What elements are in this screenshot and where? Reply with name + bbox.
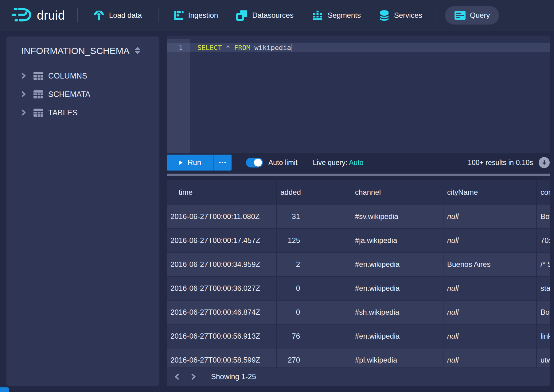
sql-token: wikipedia (250, 44, 291, 52)
navbar-divider (77, 8, 78, 22)
table-row: 2016-06-27T00:00:56.913Z 76 #en.wikipedi… (167, 325, 550, 348)
schema-tree: COLUMNS SCHEMATA (6, 67, 159, 122)
cell-time[interactable]: 2016-06-27T00:00:36.027Z (167, 277, 277, 300)
chevron-right-icon (20, 90, 27, 98)
cell-time[interactable]: 2016-06-27T00:00:17.457Z (167, 229, 277, 252)
navbar-divider (158, 8, 158, 22)
sql-keyword: FROM (234, 44, 250, 52)
ellipsis-icon: ••• (218, 159, 227, 166)
column-header-cityname[interactable]: cityName (443, 180, 537, 205)
cell-channel[interactable]: #en.wikipedia (351, 277, 443, 300)
cell-cityname[interactable]: Buenos Aires (443, 253, 537, 276)
previous-page-button[interactable] (171, 373, 183, 381)
live-query-value[interactable]: Auto (349, 159, 363, 167)
editor-results-splitter[interactable] (167, 174, 550, 176)
cell-added[interactable]: 125 (277, 229, 351, 252)
nav-item-services[interactable]: Services (379, 10, 422, 21)
sql-text: SELECT * FROM wikipedia (197, 44, 292, 52)
database-icon (379, 10, 390, 21)
nav-item-segments[interactable]: Segments (311, 9, 361, 21)
sql-editor[interactable]: 1 SELECT * FROM wikipedia (167, 36, 550, 153)
cell-added[interactable]: 76 (277, 325, 351, 348)
pagination-bar: Showing 1-25 (167, 367, 550, 386)
nav-item-label: Load data (109, 11, 142, 20)
download-icon[interactable] (539, 157, 550, 168)
cell-comment[interactable]: link (537, 325, 550, 348)
table-row: 2016-06-27T00:00:11.080Z 31 #sv.wikipedi… (167, 205, 550, 229)
nav-item-load-data[interactable]: Load data (93, 9, 142, 21)
auto-limit-label: Auto limit (268, 159, 298, 167)
sql-keyword: SELECT (197, 44, 222, 52)
cell-comment[interactable]: sta (537, 277, 550, 300)
live-query-label: Live query: Auto (313, 159, 364, 167)
nav-item-ingestion[interactable]: Ingestion (173, 10, 218, 21)
druid-brand[interactable]: druid (12, 6, 77, 24)
column-header-time[interactable]: __time (167, 180, 277, 205)
cell-added[interactable]: 0 (277, 277, 351, 300)
cell-comment[interactable]: Bot (537, 301, 550, 324)
cell-added[interactable]: 2 (277, 253, 351, 276)
cell-added[interactable]: 31 (277, 205, 351, 228)
run-toolbar: Run ••• Auto limit Live query: Auto 100+… (167, 155, 550, 171)
tree-item-label: COLUMNS (48, 71, 87, 80)
table-row: 2016-06-27T00:00:17.457Z 125 #ja.wikiped… (167, 229, 550, 253)
nav-item-label: Datasources (252, 11, 294, 20)
column-header-added[interactable]: added (277, 180, 351, 205)
tree-item-columns[interactable]: COLUMNS (6, 67, 159, 85)
editor-line-1: 1 SELECT * FROM wikipedia (167, 43, 550, 52)
cell-time[interactable]: 2016-06-27T00:00:34.959Z (167, 253, 277, 276)
tree-item-schemata[interactable]: SCHEMATA (6, 85, 159, 103)
navbar-divider (436, 8, 436, 22)
cell-cityname[interactable]: null (443, 277, 537, 300)
cell-added[interactable]: 0 (277, 301, 351, 324)
pagination-label: Showing 1-25 (211, 372, 256, 381)
tree-item-label: SCHEMATA (48, 90, 91, 99)
cell-channel[interactable]: #en.wikipedia (351, 325, 443, 348)
nav-item-query[interactable]: Query (445, 6, 499, 25)
cell-channel[interactable]: #sh.wikipedia (351, 301, 443, 324)
cell-cityname[interactable]: null (443, 301, 537, 324)
cell-time[interactable]: 2016-06-27T00:00:11.080Z (167, 205, 277, 228)
cell-time[interactable]: 2016-06-27T00:00:46.874Z (167, 301, 277, 324)
cell-cityname[interactable]: null (443, 325, 537, 348)
table-icon (33, 90, 43, 99)
line-number: 1 (167, 44, 190, 51)
cell-comment[interactable]: 70: (537, 229, 550, 252)
results-header-row: __time added channel cityName comment (167, 180, 550, 205)
nav-item-label: Query (470, 11, 490, 20)
table-row: 2016-06-27T00:00:34.959Z 2 #en.wikipedia… (167, 253, 550, 277)
cell-comment[interactable]: /* S (537, 253, 550, 276)
segment-bars-icon (311, 9, 324, 21)
tree-item-tables[interactable]: TABLES (6, 103, 159, 122)
column-header-channel[interactable]: channel (351, 180, 443, 205)
cell-channel[interactable]: #en.wikipedia (351, 253, 443, 276)
cell-comment[interactable]: Bot (537, 205, 550, 228)
sql-token: * (222, 44, 234, 52)
nav-item-datasources[interactable]: Datasources (236, 9, 294, 21)
play-icon (178, 160, 183, 165)
column-header-comment[interactable]: comment (537, 180, 550, 205)
druid-logo-icon (12, 6, 33, 24)
nav-item-label: Ingestion (188, 11, 218, 20)
cell-channel[interactable]: #sv.wikipedia (351, 205, 443, 228)
run-button[interactable]: Run (167, 155, 213, 171)
results-panel: __time added channel cityName comment 20… (167, 180, 550, 386)
run-more-button[interactable]: ••• (213, 155, 232, 171)
cell-cityname[interactable]: null (443, 229, 537, 252)
cell-cityname[interactable]: null (443, 205, 537, 228)
schema-title: INFORMATION_SCHEMA (21, 46, 130, 56)
schema-panel: INFORMATION_SCHEMA COLUMNS (6, 37, 159, 386)
editor-top-padding (167, 36, 550, 39)
navbar: druid Load data (0, 0, 554, 31)
cell-channel[interactable]: #ja.wikipedia (351, 229, 443, 252)
cell-time[interactable]: 2016-06-27T00:00:56.913Z (167, 325, 277, 348)
chevron-right-icon (20, 72, 27, 79)
next-page-button[interactable] (187, 373, 199, 381)
text-cursor (291, 44, 292, 52)
nav-item-label: Services (394, 11, 422, 20)
editor-gutter (167, 36, 190, 153)
table-icon (33, 108, 43, 117)
auto-limit-toggle[interactable] (246, 158, 263, 167)
double-caret-sort-icon[interactable] (134, 46, 142, 56)
stacked-squares-icon (236, 9, 248, 21)
